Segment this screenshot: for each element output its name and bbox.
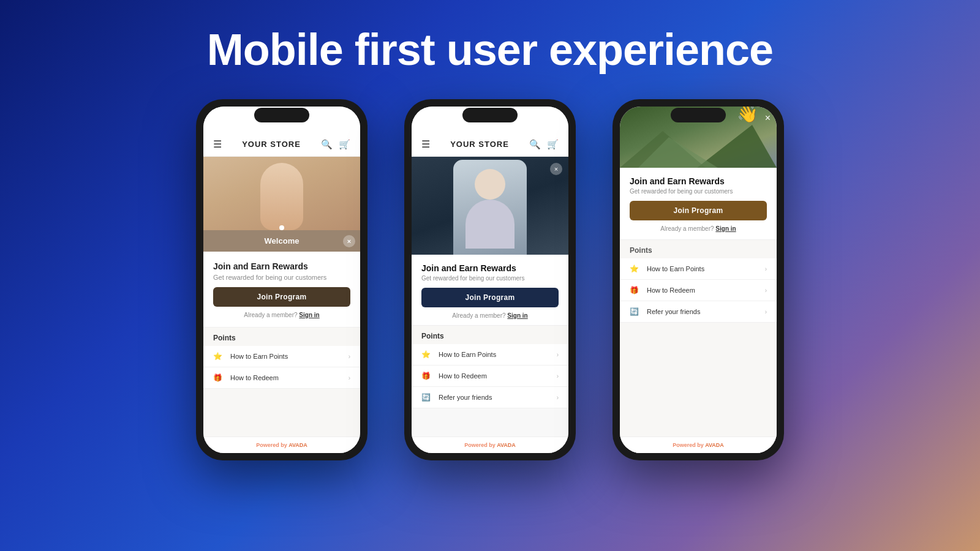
phones-container: ☰ YOUR STORE 🔍 🛒 Welcome × Join and Earn…: [196, 99, 784, 460]
reward-subtitle-3: Get rewarded for being our customers: [630, 188, 767, 195]
redeem-label-1: How to Redeem: [230, 374, 349, 381]
search-icon-1[interactable]: 🔍: [321, 139, 333, 150]
chevron-icon-earn-1: ›: [349, 353, 350, 360]
refer-icon-3: 🔄: [630, 307, 641, 316]
points-item-earn-1[interactable]: ⭐ How to Earn Points ›: [203, 346, 360, 367]
already-member-1: Already a member? Sign in: [213, 312, 350, 318]
points-section-1: Points ⭐ How to Earn Points › 🎁 How to R…: [203, 328, 360, 437]
hero-image-1: [203, 157, 360, 230]
refer-label-2: Refer your friends: [439, 394, 557, 401]
points-item-earn-2[interactable]: ⭐ How to Earn Points ›: [412, 344, 568, 365]
phone-3-screen: 👋 × Join and Earn Rewards Get rewarded f…: [620, 107, 777, 453]
star-icon-2: ⭐: [421, 350, 432, 359]
store-name-1: YOUR STORE: [242, 140, 301, 149]
cart-icon-2[interactable]: 🛒: [547, 139, 559, 150]
points-header-1: Points: [203, 328, 360, 346]
redeem-label-2: How to Redeem: [439, 372, 557, 380]
welcome-text: Welcome: [265, 236, 300, 246]
points-item-refer-2[interactable]: 🔄 Refer your friends ›: [412, 387, 568, 408]
gift-icon-2: 🎁: [421, 372, 432, 380]
phone-1: ☰ YOUR STORE 🔍 🛒 Welcome × Join and Earn…: [196, 99, 368, 460]
person-figure-1: [260, 163, 303, 230]
refer-icon-2: 🔄: [421, 393, 432, 402]
refer-label-3: Refer your friends: [647, 308, 765, 315]
powered-by-1: Powered by AVADA: [203, 437, 360, 453]
sign-in-link-3[interactable]: Sign in: [715, 225, 736, 232]
close-button-3[interactable]: ×: [765, 113, 771, 124]
page-title: Mobile first user experience: [207, 24, 773, 75]
avada-brand-1: AVADA: [288, 442, 307, 448]
join-program-button-1[interactable]: Join Program: [213, 287, 350, 307]
reward-title-2: Join and Earn Rewards: [421, 263, 559, 273]
hero-image-2: ×: [412, 157, 568, 255]
reward-card-1: Join and Earn Rewards Get rewarded for b…: [203, 252, 360, 328]
points-item-redeem-3[interactable]: 🎁 How to Redeem ›: [620, 280, 777, 301]
join-program-button-3[interactable]: Join Program: [630, 201, 767, 220]
already-member-2: Already a member? Sign in: [421, 312, 559, 319]
store-name-2: YOUR STORE: [450, 140, 509, 149]
earn-points-label-3: How to Earn Points: [647, 265, 765, 272]
chevron-icon-redeem-3: ›: [765, 287, 767, 294]
dynamic-island-1: [254, 108, 309, 122]
phone-3: 👋 × Join and Earn Rewards Get rewarded f…: [612, 99, 784, 460]
points-section-2: Points ⭐ How to Earn Points › 🎁 How to R…: [412, 326, 568, 437]
earn-points-label-1: How to Earn Points: [230, 353, 349, 360]
points-header-3: Points: [620, 240, 777, 258]
close-button-2[interactable]: ×: [550, 163, 562, 175]
join-program-button-2[interactable]: Join Program: [421, 288, 559, 307]
chevron-icon-earn-3: ›: [765, 266, 767, 272]
welcome-banner: Welcome ×: [203, 230, 360, 252]
powered-by-3: Powered by AVADA: [620, 437, 777, 453]
powered-by-2: Powered by AVADA: [412, 437, 568, 453]
chevron-icon-refer-3: ›: [765, 309, 767, 315]
popup-card-2: Join and Earn Rewards Get rewarded for b…: [412, 255, 568, 326]
avada-brand-2: AVADA: [497, 442, 516, 448]
header-icons-2: 🔍 🛒: [529, 139, 559, 150]
dynamic-island-3: [671, 108, 726, 122]
points-item-earn-3[interactable]: ⭐ How to Earn Points ›: [620, 258, 777, 280]
sign-in-link-2[interactable]: Sign in: [507, 312, 527, 319]
reward-subtitle-2: Get rewarded for being our customers: [421, 275, 559, 282]
wave-emoji-3: 👋: [737, 107, 758, 124]
points-list-2: ⭐ How to Earn Points › 🎁 How to Redeem ›…: [412, 344, 568, 408]
phone-3-content: Join and Earn Rewards Get rewarded for b…: [620, 168, 777, 453]
chevron-icon-redeem-2: ›: [557, 373, 559, 380]
points-item-redeem-1[interactable]: 🎁 How to Redeem ›: [203, 367, 360, 389]
close-button-1[interactable]: ×: [343, 235, 355, 247]
chevron-icon-earn-2: ›: [557, 351, 559, 358]
dynamic-island-2: [462, 108, 518, 122]
chevron-icon-refer-2: ›: [557, 394, 559, 401]
points-item-refer-3[interactable]: 🔄 Refer your friends ›: [620, 301, 777, 323]
points-header-2: Points: [412, 326, 568, 344]
reward-title-3: Join and Earn Rewards: [630, 176, 767, 186]
gift-icon-1: 🎁: [213, 373, 224, 382]
already-member-3: Already a member? Sign in: [630, 225, 767, 232]
earn-points-label-2: How to Earn Points: [439, 351, 557, 358]
star-icon-3: ⭐: [630, 264, 641, 273]
phone-1-screen: ☰ YOUR STORE 🔍 🛒 Welcome × Join and Earn…: [203, 107, 360, 453]
phone-2-screen: ☰ YOUR STORE 🔍 🛒 × Join and Earn Rewards: [412, 107, 568, 453]
hamburger-icon-1[interactable]: ☰: [213, 138, 222, 150]
reward-subtitle-1: Get rewarded for being our customers: [213, 274, 350, 281]
redeem-label-3: How to Redeem: [647, 287, 765, 294]
points-item-redeem-2[interactable]: 🎁 How to Redeem ›: [412, 365, 568, 387]
sign-in-link-1[interactable]: Sign in: [299, 312, 319, 318]
search-icon-2[interactable]: 🔍: [529, 139, 541, 150]
model-figure-2: [453, 160, 527, 255]
gift-icon-3: 🎁: [630, 286, 641, 294]
points-list-3: ⭐ How to Earn Points › 🎁 How to Redeem ›…: [620, 258, 777, 323]
phone-2: ☰ YOUR STORE 🔍 🛒 × Join and Earn Rewards: [404, 99, 576, 460]
cart-icon-1[interactable]: 🛒: [339, 139, 350, 150]
avada-brand-3: AVADA: [705, 442, 724, 448]
reward-title-1: Join and Earn Rewards: [213, 261, 350, 271]
chevron-icon-redeem-1: ›: [349, 375, 350, 381]
points-list-1: ⭐ How to Earn Points › 🎁 How to Redeem ›: [203, 346, 360, 389]
star-icon-1: ⭐: [213, 352, 224, 361]
phone3-popup-header: Join and Earn Rewards Get rewarded for b…: [620, 168, 777, 240]
points-section-3: Points ⭐ How to Earn Points › 🎁 How to R…: [620, 240, 777, 437]
header-icons-1: 🔍 🛒: [321, 139, 350, 150]
hamburger-icon-2[interactable]: ☰: [421, 138, 430, 150]
